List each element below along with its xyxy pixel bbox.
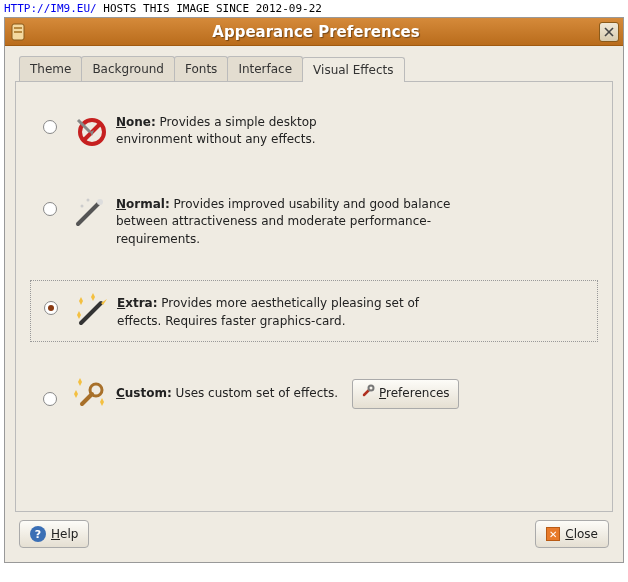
svg-marker-15: [79, 297, 83, 305]
radio-extra[interactable]: [44, 301, 58, 315]
close-button[interactable]: ✕ Close: [535, 520, 609, 548]
help-icon: ?: [30, 526, 46, 542]
tabs-bar: Theme Background Fonts Interface Visual …: [15, 56, 613, 82]
option-custom[interactable]: Custom: Uses custom set of effects. Pref…: [30, 364, 598, 424]
radio-none[interactable]: [43, 120, 57, 134]
option-none[interactable]: None: Provides a simple desktop environm…: [30, 100, 598, 160]
close-icon: ✕: [546, 527, 560, 541]
tab-visual-effects[interactable]: Visual Effects: [302, 57, 404, 82]
svg-point-10: [97, 199, 103, 205]
svg-marker-20: [78, 378, 82, 386]
svg-marker-17: [91, 293, 95, 301]
no-effects-icon: [64, 110, 116, 150]
option-extra[interactable]: Extra: Provides more aesthetically pleas…: [30, 280, 598, 342]
svg-marker-22: [74, 390, 78, 398]
svg-line-23: [364, 390, 369, 395]
svg-rect-1: [14, 27, 22, 29]
svg-rect-2: [14, 31, 22, 33]
custom-effects-icon: [64, 374, 116, 414]
window-title: Appearance Preferences: [33, 23, 599, 41]
help-button[interactable]: ? Help: [19, 520, 89, 548]
svg-marker-16: [77, 311, 81, 319]
svg-point-12: [87, 199, 90, 202]
custom-preferences-button[interactable]: Preferences: [352, 379, 459, 408]
svg-point-11: [81, 205, 84, 208]
appearance-window: Appearance Preferences Theme Background …: [4, 17, 624, 563]
tab-interface[interactable]: Interface: [227, 56, 303, 81]
host-link[interactable]: HTTP://IM9.EU/: [4, 2, 97, 15]
dialog-footer: ? Help ✕ Close: [15, 512, 613, 552]
tab-theme[interactable]: Theme: [19, 56, 82, 81]
host-banner: HTTP://IM9.EU/ HOSTS THIS IMAGE SINCE 20…: [0, 0, 628, 17]
svg-line-13: [81, 303, 101, 323]
tab-background[interactable]: Background: [81, 56, 175, 81]
svg-line-18: [82, 394, 92, 404]
window-app-icon: [9, 23, 27, 41]
svg-point-24: [369, 386, 374, 391]
normal-effects-icon: [64, 192, 116, 232]
option-normal[interactable]: Normal: Provides improved usability and …: [30, 182, 598, 258]
svg-marker-21: [100, 398, 104, 406]
radio-normal[interactable]: [43, 202, 57, 216]
wrench-icon: [361, 384, 375, 403]
titlebar: Appearance Preferences: [5, 18, 623, 46]
tab-fonts[interactable]: Fonts: [174, 56, 228, 81]
tab-content: None: Provides a simple desktop environm…: [15, 82, 613, 512]
extra-effects-icon: [65, 291, 117, 331]
svg-point-19: [90, 384, 102, 396]
radio-custom[interactable]: [43, 392, 57, 406]
window-close-button[interactable]: [599, 22, 619, 42]
